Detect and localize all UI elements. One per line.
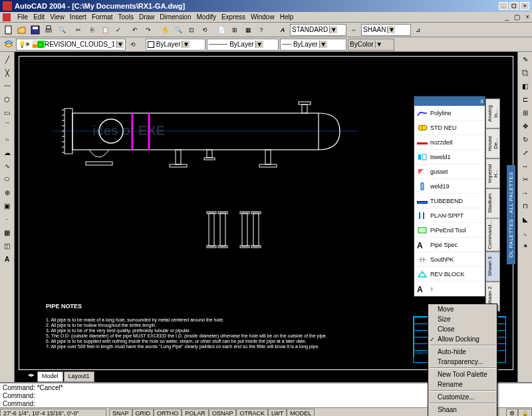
plotstyle-dropdown[interactable]: ByColor▼ (348, 39, 394, 51)
trim-tool[interactable]: ✂ (519, 173, 531, 185)
layer-manager-button[interactable] (3, 39, 15, 51)
palette-item[interactable]: weld19 (414, 179, 485, 194)
array-tool[interactable]: ⊞ (519, 106, 531, 118)
dimstyle-dropdown[interactable]: SHAAN▼ (361, 24, 411, 36)
chamfer-tool[interactable]: ◣ (519, 213, 531, 225)
palette-title-bar[interactable]: OL PALETTES - ALL PALETTES (507, 165, 515, 264)
menu-window[interactable]: Window (251, 13, 275, 21)
close-button[interactable]: × (520, 2, 529, 10)
menu-tools[interactable]: Tools (118, 13, 134, 21)
palette-item[interactable]: SouthPK (414, 252, 485, 267)
palette-close[interactable]: x (414, 97, 485, 106)
save-button[interactable] (29, 24, 41, 36)
tab-layout1[interactable]: Layout1 (64, 371, 94, 382)
open-button[interactable] (16, 24, 28, 36)
grid-toggle[interactable]: GRID (132, 409, 154, 416)
copy-tool[interactable]: ⿻ (519, 67, 531, 79)
extend-tool[interactable]: → (519, 186, 531, 198)
stretch-tool[interactable]: ↔ (519, 160, 531, 172)
textstyle-icon[interactable]: A (277, 24, 289, 36)
block-tool[interactable]: ▣ (1, 200, 13, 212)
menu-file[interactable]: File (17, 13, 28, 21)
menu-modify[interactable]: Modify (197, 13, 216, 21)
erase-tool[interactable]: ✎ (519, 53, 531, 65)
explode-tool[interactable]: ✶ (519, 240, 531, 252)
menu-edit[interactable]: Edit (33, 13, 45, 21)
ellipse-tool[interactable]: ⬭ (1, 173, 13, 185)
dimstyle-icon[interactable]: ↔ (348, 24, 360, 36)
doc-minimize-button[interactable]: _ (505, 13, 509, 21)
ctx-rename[interactable]: Rename (428, 379, 497, 389)
rotate-tool[interactable]: ↻ (519, 133, 531, 145)
palette-side-tab[interactable]: Command... (485, 218, 500, 252)
palette-item[interactable]: TUBEBEND (414, 194, 485, 208)
spline-tool[interactable]: ∿ (1, 160, 13, 172)
palette-item[interactable]: REV BLOCK (414, 267, 485, 282)
copy-button[interactable]: ⎘ (86, 24, 98, 36)
ctx-new-palette[interactable]: New Tool Palette (428, 369, 497, 379)
palette-side-tab[interactable]: Analog In... (485, 99, 500, 128)
ctx-autohide[interactable]: Auto-hide (428, 347, 497, 357)
fillet-tool[interactable]: ◟ (519, 226, 531, 238)
ctx-size[interactable]: Size (428, 314, 497, 324)
menu-express[interactable]: Express (221, 13, 245, 21)
help-button[interactable]: ? (255, 24, 267, 36)
tab-model[interactable]: Model (37, 371, 63, 382)
toolpalettes-button[interactable]: ▦ (242, 24, 254, 36)
circle-tool[interactable]: ○ (1, 133, 13, 145)
new-button[interactable] (3, 24, 15, 36)
properties-button[interactable]: 📄 (215, 24, 227, 36)
palette-item[interactable]: tsweld1 (414, 150, 485, 164)
menu-draw[interactable]: Draw (139, 13, 154, 21)
mirror-tool[interactable]: ◧ (519, 80, 531, 92)
region-tool[interactable]: ◫ (1, 240, 13, 252)
drawing-canvas[interactable]: ices of EXE PIPE NOTES 1. All pipe is to… (15, 52, 517, 382)
layer-dropdown[interactable]: 💡☀🔓▢ REVISION_CLOUDS_1▼ (16, 39, 126, 51)
revcloud-tool[interactable]: ☁ (1, 146, 13, 158)
palette-side-tab[interactable]: House De... (485, 128, 500, 158)
point-tool[interactable]: · (1, 213, 13, 225)
palette-item[interactable]: nozzdetl (414, 135, 485, 150)
designcenter-button[interactable]: ⊞ (229, 24, 241, 36)
model-toggle[interactable]: MODEL (287, 409, 315, 416)
ctx-allow-docking[interactable]: Allow Docking (428, 334, 497, 344)
polar-toggle[interactable]: POLAR (182, 409, 209, 416)
menu-view[interactable]: View (50, 13, 65, 21)
ctx-customize[interactable]: Customize... (428, 392, 497, 402)
linetype-dropdown[interactable]: ──── ByLayer▼ (207, 39, 279, 51)
pline-tool[interactable]: 〰 (1, 80, 13, 92)
cut-button[interactable]: ✂ (72, 24, 84, 36)
menu-dimension[interactable]: Dimension (160, 13, 191, 21)
minimize-button[interactable]: _ (499, 2, 508, 10)
zoom-window-button[interactable]: ⊡ (186, 24, 198, 36)
xline-tool[interactable]: ╳ (1, 67, 13, 79)
ctx-shaan[interactable]: Shaan (428, 405, 497, 415)
line-tool[interactable]: ╱ (1, 53, 13, 65)
arc-tool[interactable]: ⌒ (1, 120, 13, 132)
move-tool[interactable]: ✥ (519, 120, 531, 132)
ortho-toggle[interactable]: ORTHO (154, 409, 182, 416)
polygon-tool[interactable]: ⬡ (1, 93, 13, 105)
undo-button[interactable]: ↶ (129, 24, 141, 36)
dim-icon[interactable]: ⊿ (412, 24, 424, 36)
rect-tool[interactable]: ▭ (1, 106, 13, 118)
snap-toggle[interactable]: SNAP (109, 409, 132, 416)
color-dropdown[interactable]: ByLayer▼ (146, 39, 205, 51)
hatch-tool[interactable]: ▦ (1, 226, 13, 238)
ctx-close[interactable]: Close (428, 324, 497, 334)
zoom-prev-button[interactable]: ⟲ (199, 24, 211, 36)
break-tool[interactable]: ⊓ (519, 200, 531, 212)
ctx-move[interactable]: Move (428, 304, 497, 314)
status-tray-icon[interactable]: ⚙ (506, 409, 518, 416)
palette-item[interactable]: gusset (414, 164, 485, 179)
textstyle-dropdown[interactable]: STANDARD▼ (290, 24, 346, 36)
lineweight-dropdown[interactable]: ── ByLayer▼ (280, 39, 346, 51)
pan-button[interactable]: ✋ (159, 24, 171, 36)
insert-tool[interactable]: ⊕ (1, 186, 13, 198)
menu-help[interactable]: Help (280, 13, 294, 21)
paste-button[interactable]: 📋 (99, 24, 111, 36)
palette-side-tab[interactable]: Shaan 3 (485, 252, 500, 282)
zoom-button[interactable]: 🔍 (172, 24, 184, 36)
palette-item[interactable]: PiPeEnd Tool (414, 223, 485, 238)
palette-item[interactable]: PLAN-SPPT (414, 208, 485, 223)
